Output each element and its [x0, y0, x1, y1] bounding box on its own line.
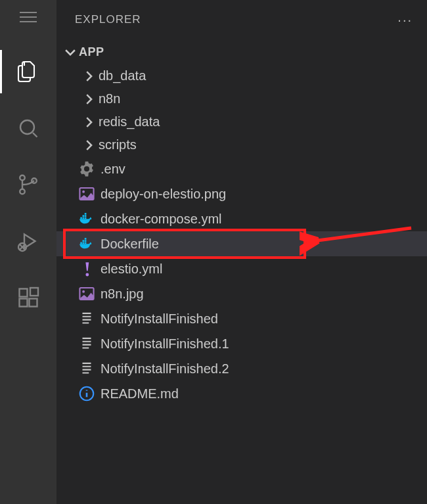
lines-icon [78, 335, 95, 352]
lines-icon [78, 310, 95, 327]
svg-point-10 [82, 191, 85, 193]
workspace-section-header[interactable]: APP [56, 39, 427, 64]
chevron-right-icon [81, 115, 96, 129]
svg-rect-7 [30, 299, 37, 307]
search-tab[interactable] [0, 100, 56, 156]
file-item[interactable]: .env [56, 156, 427, 181]
folder-label: redis_data [99, 114, 160, 129]
file-label: README.md [101, 386, 179, 401]
file-item[interactable]: deploy-on-elestio.png [56, 181, 427, 206]
svg-rect-16 [85, 213, 87, 215]
svg-rect-12 [83, 218, 85, 219]
lines-icon [78, 360, 95, 377]
file-label: NotifyInstallFinished [101, 311, 218, 327]
menu-icon[interactable] [20, 12, 37, 22]
explorer-title: EXPLORER [75, 13, 141, 26]
file-item[interactable]: NotifyInstallFinished [56, 306, 427, 331]
svg-rect-8 [30, 288, 38, 296]
svg-rect-22 [85, 238, 87, 240]
svg-rect-20 [83, 241, 85, 242]
file-label: Dockerfile [101, 237, 159, 252]
run-debug-tab[interactable] [0, 213, 56, 269]
file-label: NotifyInstallFinished.1 [101, 336, 229, 352]
folder-item[interactable]: n8n [56, 87, 427, 110]
file-label: elestio.yml [101, 262, 162, 277]
file-item[interactable]: Dockerfile [56, 231, 427, 256]
file-item[interactable]: NotifyInstallFinished.1 [56, 331, 427, 356]
exclaim-icon [78, 260, 95, 277]
folder-item[interactable]: db_data [56, 64, 427, 87]
docker-icon [78, 235, 95, 252]
workspace-name: APP [79, 45, 104, 59]
folder-item[interactable]: redis_data [56, 110, 427, 133]
svg-rect-17 [80, 242, 82, 244]
file-item[interactable]: README.md [56, 381, 427, 406]
folder-label: n8n [99, 91, 120, 106]
folder-label: db_data [99, 68, 146, 83]
folder-label: scripts [99, 137, 137, 152]
file-item[interactable]: n8n.jpg [56, 281, 427, 306]
file-item[interactable]: NotifyInstallFinished.2 [56, 356, 427, 381]
svg-rect-21 [85, 241, 87, 242]
file-label: .env [101, 162, 125, 177]
svg-point-2 [20, 189, 25, 195]
svg-rect-6 [20, 299, 28, 307]
svg-rect-5 [20, 289, 28, 297]
info-icon [78, 385, 95, 402]
svg-rect-11 [80, 218, 82, 219]
folder-item[interactable]: scripts [56, 133, 427, 156]
image-icon [78, 185, 95, 202]
activity-bar [0, 0, 56, 504]
explorer-header: EXPLORER ··· [56, 0, 427, 39]
image-icon [78, 285, 95, 302]
svg-rect-13 [85, 218, 87, 219]
chevron-down-icon [63, 45, 78, 59]
file-label: deploy-on-elestio.png [101, 187, 226, 202]
svg-rect-15 [85, 216, 87, 218]
extensions-tab[interactable] [0, 269, 56, 326]
chevron-right-icon [81, 138, 96, 152]
file-label: docker-compose.yml [101, 212, 222, 227]
docker-icon [78, 210, 95, 227]
svg-rect-14 [83, 216, 85, 218]
explorer-sidebar: EXPLORER ··· APP db_datan8nredis_datascr… [56, 0, 427, 504]
svg-rect-18 [83, 242, 85, 244]
svg-point-1 [20, 175, 25, 181]
gear-icon [78, 160, 95, 177]
file-item[interactable]: elestio.yml [56, 256, 427, 281]
chevron-right-icon [81, 69, 96, 83]
explorer-tab[interactable] [0, 43, 56, 100]
svg-point-0 [20, 120, 34, 134]
more-actions-icon[interactable]: ··· [397, 12, 413, 28]
file-item[interactable]: docker-compose.yml [56, 206, 427, 231]
chevron-right-icon [81, 92, 96, 106]
file-tree: db_datan8nredis_datascripts.envdeploy-on… [56, 64, 427, 406]
svg-point-24 [82, 290, 85, 293]
source-control-tab[interactable] [0, 156, 56, 213]
file-label: NotifyInstallFinished.2 [101, 361, 229, 377]
svg-rect-19 [85, 242, 87, 244]
file-label: n8n.jpg [101, 286, 144, 302]
